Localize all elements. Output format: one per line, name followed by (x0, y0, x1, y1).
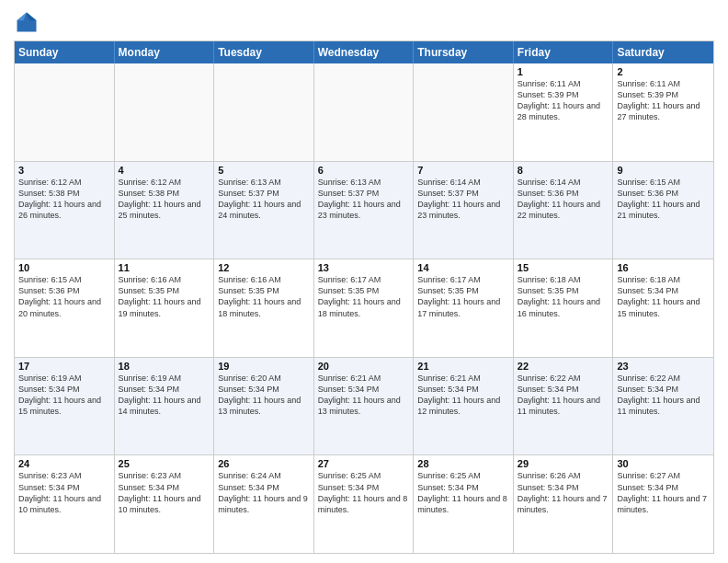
calendar: SundayMondayTuesdayWednesdayThursdayFrid… (14, 40, 714, 554)
day-info-4: Sunrise: 6:12 AM Sunset: 5:38 PM Dayligh… (119, 177, 210, 222)
day-info-13: Sunrise: 6:17 AM Sunset: 5:35 PM Dayligh… (318, 274, 410, 319)
header-tuesday: Tuesday (214, 41, 314, 63)
day-number-3: 3 (18, 165, 110, 176)
day-info-11: Sunrise: 6:16 AM Sunset: 5:35 PM Dayligh… (119, 274, 210, 319)
day-cell-11: 11Sunrise: 6:16 AM Sunset: 5:35 PM Dayli… (115, 259, 215, 357)
day-info-5: Sunrise: 6:13 AM Sunset: 5:37 PM Dayligh… (218, 177, 310, 222)
day-number-9: 9 (617, 165, 710, 176)
day-cell-15: 15Sunrise: 6:18 AM Sunset: 5:35 PM Dayli… (514, 259, 614, 357)
day-number-4: 4 (119, 165, 210, 176)
day-number-14: 14 (417, 262, 509, 273)
day-cell-13: 13Sunrise: 6:17 AM Sunset: 5:35 PM Dayli… (314, 259, 415, 357)
day-number-29: 29 (518, 458, 609, 469)
day-info-7: Sunrise: 6:14 AM Sunset: 5:37 PM Dayligh… (417, 177, 509, 222)
day-number-27: 27 (318, 458, 410, 469)
day-cell-7: 7Sunrise: 6:14 AM Sunset: 5:37 PM Daylig… (414, 162, 514, 259)
day-number-16: 16 (617, 262, 710, 273)
day-cell-10: 10Sunrise: 6:15 AM Sunset: 5:36 PM Dayli… (15, 259, 115, 357)
page: SundayMondayTuesdayWednesdayThursdayFrid… (0, 0, 728, 563)
day-cell-26: 26Sunrise: 6:24 AM Sunset: 5:34 PM Dayli… (214, 455, 314, 553)
day-info-15: Sunrise: 6:18 AM Sunset: 5:35 PM Dayligh… (518, 274, 609, 319)
day-number-18: 18 (119, 361, 210, 372)
day-cell-1: 1Sunrise: 6:11 AM Sunset: 5:39 PM Daylig… (514, 63, 614, 161)
day-number-2: 2 (617, 66, 710, 77)
day-cell-27: 27Sunrise: 6:25 AM Sunset: 5:34 PM Dayli… (314, 455, 415, 553)
header-friday: Friday (514, 41, 614, 63)
day-info-28: Sunrise: 6:25 AM Sunset: 5:34 PM Dayligh… (417, 470, 509, 515)
header-wednesday: Wednesday (314, 41, 415, 63)
calendar-header-row: SundayMondayTuesdayWednesdayThursdayFrid… (15, 41, 713, 63)
day-cell-25: 25Sunrise: 6:23 AM Sunset: 5:34 PM Dayli… (115, 455, 215, 553)
calendar-body: 1Sunrise: 6:11 AM Sunset: 5:39 PM Daylig… (15, 63, 713, 553)
empty-cell-w0-d3 (314, 63, 415, 161)
day-number-20: 20 (318, 361, 410, 372)
day-number-8: 8 (518, 165, 609, 176)
day-number-7: 7 (417, 165, 509, 176)
day-cell-6: 6Sunrise: 6:13 AM Sunset: 5:37 PM Daylig… (314, 162, 415, 259)
day-cell-23: 23Sunrise: 6:22 AM Sunset: 5:34 PM Dayli… (613, 358, 713, 455)
day-info-6: Sunrise: 6:13 AM Sunset: 5:37 PM Dayligh… (318, 177, 410, 222)
day-info-23: Sunrise: 6:22 AM Sunset: 5:34 PM Dayligh… (617, 373, 710, 418)
day-info-8: Sunrise: 6:14 AM Sunset: 5:36 PM Dayligh… (518, 177, 609, 222)
day-number-28: 28 (417, 458, 509, 469)
empty-cell-w0-d0 (15, 63, 115, 161)
day-info-14: Sunrise: 6:17 AM Sunset: 5:35 PM Dayligh… (417, 274, 509, 319)
day-info-21: Sunrise: 6:21 AM Sunset: 5:34 PM Dayligh… (417, 373, 509, 418)
day-cell-29: 29Sunrise: 6:26 AM Sunset: 5:34 PM Dayli… (514, 455, 614, 553)
header-monday: Monday (115, 41, 215, 63)
day-info-29: Sunrise: 6:26 AM Sunset: 5:34 PM Dayligh… (518, 470, 609, 515)
day-cell-19: 19Sunrise: 6:20 AM Sunset: 5:34 PM Dayli… (214, 358, 314, 455)
header (14, 9, 714, 35)
day-info-24: Sunrise: 6:23 AM Sunset: 5:34 PM Dayligh… (18, 470, 110, 515)
empty-cell-w0-d1 (115, 63, 215, 161)
day-number-24: 24 (18, 458, 110, 469)
day-info-19: Sunrise: 6:20 AM Sunset: 5:34 PM Dayligh… (218, 373, 310, 418)
day-info-9: Sunrise: 6:15 AM Sunset: 5:36 PM Dayligh… (617, 177, 710, 222)
day-info-16: Sunrise: 6:18 AM Sunset: 5:34 PM Dayligh… (617, 274, 710, 319)
day-cell-17: 17Sunrise: 6:19 AM Sunset: 5:34 PM Dayli… (15, 358, 115, 455)
day-number-6: 6 (318, 165, 410, 176)
week-row-1: 1Sunrise: 6:11 AM Sunset: 5:39 PM Daylig… (15, 63, 713, 162)
day-cell-5: 5Sunrise: 6:13 AM Sunset: 5:37 PM Daylig… (214, 162, 314, 259)
header-sunday: Sunday (15, 41, 115, 63)
day-number-22: 22 (518, 361, 609, 372)
day-number-21: 21 (417, 361, 509, 372)
day-info-25: Sunrise: 6:23 AM Sunset: 5:34 PM Dayligh… (119, 470, 210, 515)
header-saturday: Saturday (613, 41, 713, 63)
day-cell-4: 4Sunrise: 6:12 AM Sunset: 5:38 PM Daylig… (115, 162, 215, 259)
day-cell-16: 16Sunrise: 6:18 AM Sunset: 5:34 PM Dayli… (613, 259, 713, 357)
week-row-2: 3Sunrise: 6:12 AM Sunset: 5:38 PM Daylig… (15, 162, 713, 260)
day-info-17: Sunrise: 6:19 AM Sunset: 5:34 PM Dayligh… (18, 373, 110, 418)
day-cell-18: 18Sunrise: 6:19 AM Sunset: 5:34 PM Dayli… (115, 358, 215, 455)
day-cell-24: 24Sunrise: 6:23 AM Sunset: 5:34 PM Dayli… (15, 455, 115, 553)
week-row-3: 10Sunrise: 6:15 AM Sunset: 5:36 PM Dayli… (15, 259, 713, 358)
day-info-18: Sunrise: 6:19 AM Sunset: 5:34 PM Dayligh… (119, 373, 210, 418)
day-number-26: 26 (218, 458, 310, 469)
day-cell-20: 20Sunrise: 6:21 AM Sunset: 5:34 PM Dayli… (314, 358, 415, 455)
empty-cell-w0-d2 (214, 63, 314, 161)
logo (14, 9, 43, 35)
logo-icon (14, 9, 40, 35)
day-info-27: Sunrise: 6:25 AM Sunset: 5:34 PM Dayligh… (318, 470, 410, 515)
day-number-30: 30 (617, 458, 710, 469)
day-info-20: Sunrise: 6:21 AM Sunset: 5:34 PM Dayligh… (318, 373, 410, 418)
day-cell-28: 28Sunrise: 6:25 AM Sunset: 5:34 PM Dayli… (414, 455, 514, 553)
day-cell-2: 2Sunrise: 6:11 AM Sunset: 5:39 PM Daylig… (613, 63, 713, 161)
day-info-12: Sunrise: 6:16 AM Sunset: 5:35 PM Dayligh… (218, 274, 310, 319)
day-number-13: 13 (318, 262, 410, 273)
day-number-10: 10 (18, 262, 110, 273)
header-thursday: Thursday (414, 41, 514, 63)
day-number-1: 1 (518, 66, 609, 77)
day-cell-30: 30Sunrise: 6:27 AM Sunset: 5:34 PM Dayli… (613, 455, 713, 553)
day-number-12: 12 (218, 262, 310, 273)
day-number-23: 23 (617, 361, 710, 372)
empty-cell-w0-d4 (414, 63, 514, 161)
day-cell-14: 14Sunrise: 6:17 AM Sunset: 5:35 PM Dayli… (414, 259, 514, 357)
day-info-26: Sunrise: 6:24 AM Sunset: 5:34 PM Dayligh… (218, 470, 310, 515)
day-info-3: Sunrise: 6:12 AM Sunset: 5:38 PM Dayligh… (18, 177, 110, 222)
day-cell-3: 3Sunrise: 6:12 AM Sunset: 5:38 PM Daylig… (15, 162, 115, 259)
day-info-30: Sunrise: 6:27 AM Sunset: 5:34 PM Dayligh… (617, 470, 710, 515)
day-cell-9: 9Sunrise: 6:15 AM Sunset: 5:36 PM Daylig… (613, 162, 713, 259)
day-number-17: 17 (18, 361, 110, 372)
day-info-10: Sunrise: 6:15 AM Sunset: 5:36 PM Dayligh… (18, 274, 110, 319)
